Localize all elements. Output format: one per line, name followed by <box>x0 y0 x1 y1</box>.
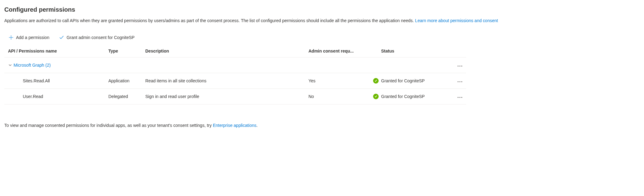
svg-point-7 <box>460 97 461 98</box>
description-text: Applications are authorized to call APIs… <box>4 18 415 23</box>
api-group-toggle[interactable]: Microsoft Graph (2) <box>8 63 51 68</box>
permission-admin-consent: No <box>306 89 371 104</box>
table-header-row: API / Permissions name Type Description … <box>4 45 466 57</box>
page-title: Configured permissions <box>4 6 640 13</box>
footer-text-part2: . <box>256 123 258 128</box>
permission-status: Granted for CogniteSP <box>371 89 448 104</box>
chevron-down-icon <box>8 63 12 67</box>
more-icon <box>457 62 462 68</box>
permission-type: Application <box>106 73 143 89</box>
api-group-label: Microsoft Graph (2) <box>14 63 51 68</box>
svg-point-0 <box>458 66 459 67</box>
more-icon <box>457 78 462 84</box>
col-header-actions <box>448 45 466 57</box>
add-permission-label: Add a permission <box>16 35 49 40</box>
more-icon <box>457 94 462 99</box>
row-more-button[interactable] <box>456 92 464 100</box>
permission-description: Sign in and read user profile <box>143 89 306 104</box>
plus-icon <box>9 35 14 40</box>
row-more-button[interactable] <box>456 77 464 85</box>
permission-type: Delegated <box>106 89 143 104</box>
svg-point-3 <box>458 81 459 82</box>
col-header-name[interactable]: API / Permissions name <box>4 45 106 57</box>
permission-status-label: Granted for CogniteSP <box>381 78 425 83</box>
col-header-description[interactable]: Description <box>143 45 306 57</box>
col-header-status-label: Status <box>381 49 394 53</box>
toolbar: Add a permission Grant admin consent for… <box>4 33 640 45</box>
check-icon <box>59 35 64 40</box>
table-row: User.Read Delegated Sign in and read use… <box>4 89 466 104</box>
col-header-admin-consent[interactable]: Admin consent requ... <box>306 45 371 57</box>
permission-admin-consent: Yes <box>306 73 371 89</box>
col-header-status[interactable]: Status <box>371 45 448 57</box>
check-circle-icon <box>373 78 379 84</box>
page-description: Applications are authorized to call APIs… <box>4 18 528 24</box>
svg-point-6 <box>458 97 459 98</box>
check-circle-icon <box>373 94 379 99</box>
learn-more-link[interactable]: Learn more about permissions and consent <box>415 18 498 23</box>
permission-description: Read items in all site collections <box>143 73 306 89</box>
svg-point-1 <box>460 66 461 67</box>
svg-point-8 <box>461 97 462 98</box>
grant-consent-button[interactable]: Grant admin consent for CogniteSP <box>57 34 136 41</box>
footer-text: To view and manage consented permissions… <box>4 123 640 128</box>
col-header-type[interactable]: Type <box>106 45 143 57</box>
add-permission-button[interactable]: Add a permission <box>7 34 51 41</box>
enterprise-applications-link[interactable]: Enterprise applications <box>213 123 256 128</box>
permission-name-link[interactable]: User.Read <box>4 89 106 104</box>
svg-point-5 <box>461 81 462 82</box>
group-more-button[interactable] <box>456 61 464 69</box>
permission-name-link[interactable]: Sites.Read.All <box>4 73 106 89</box>
svg-point-4 <box>460 81 461 82</box>
api-group-row: Microsoft Graph (2) <box>4 57 466 73</box>
permissions-table: API / Permissions name Type Description … <box>4 45 466 104</box>
footer-text-part1: To view and manage consented permissions… <box>4 123 213 128</box>
table-row: Sites.Read.All Application Read items in… <box>4 73 466 89</box>
svg-point-2 <box>461 66 462 67</box>
permission-status: Granted for CogniteSP <box>371 73 448 89</box>
permission-status-label: Granted for CogniteSP <box>381 94 425 99</box>
grant-consent-label: Grant admin consent for CogniteSP <box>66 35 135 40</box>
